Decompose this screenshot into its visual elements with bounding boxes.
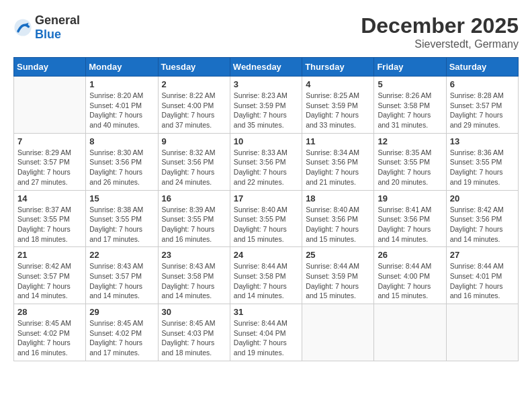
- day-info: Sunrise: 8:43 AMSunset: 3:58 PMDaylight:…: [162, 261, 226, 301]
- day-info: Sunrise: 8:44 AMSunset: 3:58 PMDaylight:…: [234, 261, 298, 301]
- day-info: Sunrise: 8:20 AMSunset: 4:01 PMDaylight:…: [89, 91, 154, 130]
- day-number: 15: [89, 193, 154, 203]
- day-info: Sunrise: 8:22 AMSunset: 4:00 PMDaylight:…: [162, 91, 226, 130]
- day-number: 7: [17, 136, 82, 146]
- calendar-cell: 22 Sunrise: 8:43 AMSunset: 3:57 PMDaylig…: [86, 247, 158, 304]
- calendar-cell: 29 Sunrise: 8:45 AMSunset: 4:02 PMDaylig…: [86, 304, 158, 361]
- calendar-cell: 31 Sunrise: 8:44 AMSunset: 4:04 PMDaylig…: [230, 304, 302, 361]
- calendar-cell: 15 Sunrise: 8:38 AMSunset: 3:55 PMDaylig…: [86, 190, 158, 247]
- day-number: 17: [234, 193, 298, 203]
- calendar-cell: [374, 304, 446, 361]
- calendar-cell: 14 Sunrise: 8:37 AMSunset: 3:55 PMDaylig…: [14, 190, 86, 247]
- day-info: Sunrise: 8:44 AMSunset: 4:04 PMDaylight:…: [234, 318, 298, 358]
- calendar-header-thursday: Thursday: [302, 58, 374, 77]
- day-info: Sunrise: 8:39 AMSunset: 3:55 PMDaylight:…: [162, 205, 226, 244]
- calendar-header-sunday: Sunday: [14, 58, 86, 77]
- calendar-cell: 11 Sunrise: 8:34 AMSunset: 3:56 PMDaylig…: [302, 133, 374, 190]
- calendar-cell: 24 Sunrise: 8:44 AMSunset: 3:58 PMDaylig…: [230, 247, 302, 304]
- day-number: 31: [234, 307, 298, 317]
- calendar-week-row: 28 Sunrise: 8:45 AMSunset: 4:02 PMDaylig…: [14, 304, 519, 361]
- day-number: 20: [450, 193, 515, 203]
- calendar-cell: 19 Sunrise: 8:41 AMSunset: 3:56 PMDaylig…: [374, 190, 446, 247]
- day-number: 13: [450, 136, 515, 146]
- day-number: 23: [162, 250, 226, 260]
- logo-icon: [13, 18, 32, 37]
- logo-text: General Blue: [35, 13, 80, 42]
- day-info: Sunrise: 8:30 AMSunset: 3:56 PMDaylight:…: [89, 148, 154, 187]
- calendar-cell: 18 Sunrise: 8:40 AMSunset: 3:56 PMDaylig…: [302, 190, 374, 247]
- calendar-cell: [446, 304, 518, 361]
- calendar-cell: 28 Sunrise: 8:45 AMSunset: 4:02 PMDaylig…: [14, 304, 86, 361]
- day-number: 8: [89, 136, 154, 146]
- calendar-cell: [302, 304, 374, 361]
- calendar-header-tuesday: Tuesday: [158, 58, 230, 77]
- calendar-cell: 26 Sunrise: 8:44 AMSunset: 4:00 PMDaylig…: [374, 247, 446, 304]
- day-number: 5: [378, 79, 442, 89]
- day-info: Sunrise: 8:35 AMSunset: 3:55 PMDaylight:…: [378, 148, 442, 187]
- title-block: December 2025 Sieverstedt, Germany: [361, 13, 519, 50]
- day-number: 2: [162, 79, 226, 89]
- day-number: 21: [17, 250, 82, 260]
- day-info: Sunrise: 8:40 AMSunset: 3:55 PMDaylight:…: [234, 205, 298, 244]
- calendar-cell: 4 Sunrise: 8:25 AMSunset: 3:59 PMDayligh…: [302, 77, 374, 134]
- day-info: Sunrise: 8:34 AMSunset: 3:56 PMDaylight:…: [306, 148, 370, 187]
- day-number: 16: [162, 193, 226, 203]
- calendar-table: SundayMondayTuesdayWednesdayThursdayFrid…: [13, 57, 519, 361]
- day-info: Sunrise: 8:43 AMSunset: 3:57 PMDaylight:…: [89, 261, 154, 301]
- day-info: Sunrise: 8:44 AMSunset: 4:00 PMDaylight:…: [378, 261, 442, 301]
- day-info: Sunrise: 8:23 AMSunset: 3:59 PMDaylight:…: [234, 91, 298, 130]
- day-number: 14: [17, 193, 82, 203]
- calendar-cell: 1 Sunrise: 8:20 AMSunset: 4:01 PMDayligh…: [86, 77, 158, 134]
- day-number: 24: [234, 250, 298, 260]
- calendar-week-row: 1 Sunrise: 8:20 AMSunset: 4:01 PMDayligh…: [14, 77, 519, 134]
- day-info: Sunrise: 8:40 AMSunset: 3:56 PMDaylight:…: [306, 205, 370, 244]
- calendar-cell: 7 Sunrise: 8:29 AMSunset: 3:57 PMDayligh…: [14, 133, 86, 190]
- day-info: Sunrise: 8:29 AMSunset: 3:57 PMDaylight:…: [17, 148, 82, 187]
- month-title: December 2025: [361, 13, 519, 38]
- day-number: 27: [450, 250, 515, 260]
- day-info: Sunrise: 8:42 AMSunset: 3:57 PMDaylight:…: [17, 261, 82, 301]
- calendar-cell: 20 Sunrise: 8:42 AMSunset: 3:56 PMDaylig…: [446, 190, 518, 247]
- calendar-cell: 2 Sunrise: 8:22 AMSunset: 4:00 PMDayligh…: [158, 77, 230, 134]
- calendar-header-monday: Monday: [86, 58, 158, 77]
- logo-blue: Blue: [35, 28, 61, 41]
- calendar-cell: 16 Sunrise: 8:39 AMSunset: 3:55 PMDaylig…: [158, 190, 230, 247]
- calendar-week-row: 7 Sunrise: 8:29 AMSunset: 3:57 PMDayligh…: [14, 133, 519, 190]
- page-header: General Blue December 2025 Sieverstedt, …: [13, 13, 519, 50]
- day-info: Sunrise: 8:26 AMSunset: 3:58 PMDaylight:…: [378, 91, 442, 130]
- calendar-cell: 23 Sunrise: 8:43 AMSunset: 3:58 PMDaylig…: [158, 247, 230, 304]
- calendar-header-saturday: Saturday: [446, 58, 518, 77]
- calendar-header-row: SundayMondayTuesdayWednesdayThursdayFrid…: [14, 58, 519, 77]
- logo-general: General: [35, 13, 80, 27]
- day-number: 26: [378, 250, 442, 260]
- day-info: Sunrise: 8:25 AMSunset: 3:59 PMDaylight:…: [306, 91, 370, 130]
- calendar-week-row: 21 Sunrise: 8:42 AMSunset: 3:57 PMDaylig…: [14, 247, 519, 304]
- day-number: 18: [306, 193, 370, 203]
- calendar-cell: 30 Sunrise: 8:45 AMSunset: 4:03 PMDaylig…: [158, 304, 230, 361]
- calendar-cell: 27 Sunrise: 8:44 AMSunset: 4:01 PMDaylig…: [446, 247, 518, 304]
- day-number: 19: [378, 193, 442, 203]
- calendar-cell: 17 Sunrise: 8:40 AMSunset: 3:55 PMDaylig…: [230, 190, 302, 247]
- day-number: 28: [17, 307, 82, 317]
- calendar-cell: 3 Sunrise: 8:23 AMSunset: 3:59 PMDayligh…: [230, 77, 302, 134]
- calendar-cell: [14, 77, 86, 134]
- calendar-cell: 21 Sunrise: 8:42 AMSunset: 3:57 PMDaylig…: [14, 247, 86, 304]
- calendar-cell: 10 Sunrise: 8:33 AMSunset: 3:56 PMDaylig…: [230, 133, 302, 190]
- day-number: 1: [89, 79, 154, 89]
- day-number: 11: [306, 136, 370, 146]
- day-number: 9: [162, 136, 226, 146]
- day-info: Sunrise: 8:32 AMSunset: 3:56 PMDaylight:…: [162, 148, 226, 187]
- calendar-cell: 5 Sunrise: 8:26 AMSunset: 3:58 PMDayligh…: [374, 77, 446, 134]
- calendar-cell: 25 Sunrise: 8:44 AMSunset: 3:59 PMDaylig…: [302, 247, 374, 304]
- logo: General Blue: [13, 13, 80, 42]
- day-number: 10: [234, 136, 298, 146]
- day-number: 4: [306, 79, 370, 89]
- calendar-cell: 6 Sunrise: 8:28 AMSunset: 3:57 PMDayligh…: [446, 77, 518, 134]
- day-number: 22: [89, 250, 154, 260]
- day-info: Sunrise: 8:28 AMSunset: 3:57 PMDaylight:…: [450, 91, 515, 130]
- calendar-cell: 9 Sunrise: 8:32 AMSunset: 3:56 PMDayligh…: [158, 133, 230, 190]
- day-number: 12: [378, 136, 442, 146]
- day-info: Sunrise: 8:36 AMSunset: 3:55 PMDaylight:…: [450, 148, 515, 187]
- day-info: Sunrise: 8:42 AMSunset: 3:56 PMDaylight:…: [450, 205, 515, 244]
- day-info: Sunrise: 8:45 AMSunset: 4:02 PMDaylight:…: [17, 318, 82, 358]
